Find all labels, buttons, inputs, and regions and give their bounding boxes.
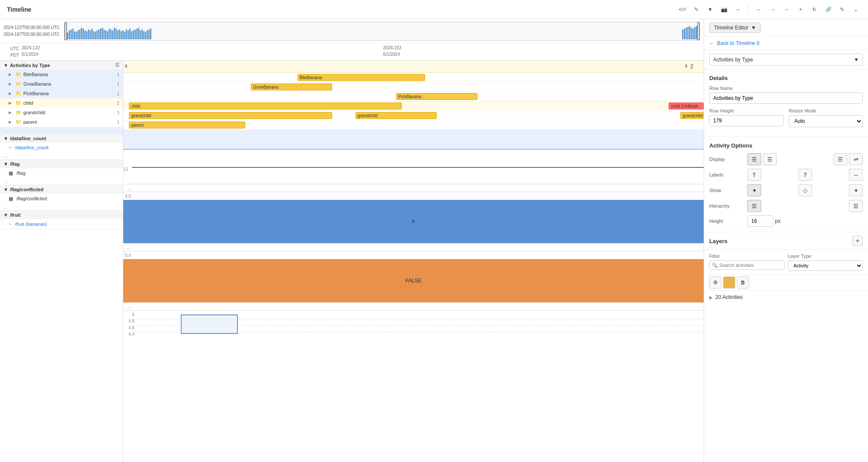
display-btn-3[interactable]: ☰ [833, 153, 847, 165]
flag-conflicted-more-row[interactable]: ... [123, 303, 704, 311]
track-row-grandchild[interactable]: ▶ 📁 grandchild 3 [0, 108, 123, 117]
display-btn-4[interactable]: ⇌ [849, 153, 863, 165]
range-slider[interactable] [64, 22, 700, 41]
count-bitebanana: 1 [117, 72, 119, 77]
track-row-growbanana[interactable]: ▶ 📁 GrowBanana 1 [0, 79, 123, 89]
search-activities-input[interactable] [709, 260, 785, 270]
row-name-input[interactable] [709, 93, 863, 104]
expand-bitebanana[interactable]: ▶ [9, 72, 14, 77]
color-swatch[interactable] [723, 276, 735, 289]
track-row-fruit[interactable]: ~ /fruit (bananas) [0, 219, 123, 229]
flag-conflicted-chart-section: 0.0 FALSE [123, 251, 704, 303]
track-row-bitebanana[interactable]: ▶ 📁 BiteBanana 1 [0, 70, 123, 79]
activities-section-header[interactable]: ▼ Activities by Type ☰ [0, 61, 123, 70]
hierarchy-btn-1[interactable]: ☰ [747, 200, 761, 212]
range-handle-right[interactable] [697, 22, 700, 40]
arrow-right-icon[interactable]: → [768, 4, 778, 15]
fruit-chart-section: 5 4.8 4.6 4.4 [123, 311, 704, 462]
pickbanana-bar[interactable]: PickBanana [396, 93, 477, 100]
range-handle-left[interactable] [64, 22, 67, 40]
cursor-icon[interactable]: → [733, 4, 743, 15]
expand-parent[interactable]: ▶ [9, 120, 14, 124]
track-row-flag[interactable]: ▦ /flag [0, 168, 123, 178]
expand-pickbanana[interactable]: ▶ [9, 91, 14, 96]
filter-icon[interactable]: ▼ [705, 4, 715, 15]
track-row-pickbanana[interactable]: ▶ 📁 PickBanana 1 [0, 89, 123, 98]
activities-count-caret: ▶ [709, 295, 713, 300]
camera-icon[interactable]: 📷 [719, 4, 729, 15]
labels-btn-3[interactable]: ↔ [849, 169, 863, 181]
label-child: child [23, 100, 115, 106]
chevron-down-icon[interactable]: ⌄ [851, 4, 861, 15]
embed-icon[interactable]: </> [677, 4, 688, 15]
labels-btn-1[interactable]: T [747, 169, 761, 181]
fruit-header[interactable]: ▼ /fruit [0, 211, 123, 219]
flag-caret: ▼ [3, 161, 8, 167]
expand-child[interactable]: ▶ [9, 101, 14, 105]
expand-grandchild[interactable]: ▶ [9, 110, 14, 115]
right-panel: Timeline Editor ▼ ← Back to Timeline 0 A… [704, 19, 868, 462]
gear-icon[interactable]: ⚙ [709, 276, 721, 289]
linecount-more-row[interactable]: ... [123, 184, 704, 192]
delete-layer-button[interactable]: 🗑 [737, 276, 749, 289]
display-btn-2[interactable]: ☰ [763, 153, 777, 165]
activities-section: ▼ Activities by Type ☰ ▶ 📁 BiteBanana 1 … [0, 61, 123, 134]
zoom-out-icon[interactable]: − [782, 4, 792, 15]
app-title: Timeline [7, 6, 672, 13]
arrow-left-icon[interactable]: ← [754, 4, 764, 15]
line-icon: ~ [9, 145, 11, 150]
child-bar-2[interactable]: child (Unfinish [669, 103, 704, 109]
back-link[interactable]: ← Back to Timeline 0 [704, 37, 868, 50]
pin-right-icon[interactable]: 🖈 2 [683, 63, 693, 70]
activities-extra-space [123, 130, 704, 149]
track-row-linecount[interactable]: ~ /data/line_count [0, 143, 123, 152]
add-layer-button[interactable]: + [852, 236, 863, 246]
resize-mode-select[interactable]: Auto Manual Fixed [789, 115, 863, 127]
linecount-y-label: 12 [123, 167, 129, 172]
range-labels: 2024-122T00:00:00.000 UTC 2024-187T00:00… [0, 24, 61, 38]
child-bar-1[interactable]: child [129, 103, 402, 109]
activities-filter-icon[interactable]: ☰ [115, 62, 119, 68]
height-input[interactable] [747, 215, 773, 227]
display-btn-1[interactable]: ☰ [747, 153, 761, 165]
parent-bar[interactable]: parent [129, 122, 245, 128]
flag-conflicted-header[interactable]: ▼ /flag/conflicted [0, 185, 123, 194]
hierarchy-btn-2[interactable]: ☰ [849, 200, 863, 212]
timeline-editor-button[interactable]: Timeline Editor ▼ [709, 22, 761, 33]
line-count-header[interactable]: ▼ /data/line_count [0, 134, 123, 143]
grandchild-bar-1[interactable]: grandchild [129, 112, 332, 119]
track-row-child[interactable]: ▶ 📁 child 2 [0, 98, 123, 108]
edit-icon[interactable]: ✎ [691, 4, 701, 15]
flag-header[interactable]: ▼ /flag [0, 160, 123, 168]
grandchild-bar-2[interactable]: grandchild [356, 112, 437, 119]
search-wrap: 🔍 [709, 260, 785, 270]
track-row-flag-conflicted[interactable]: ▦ /flag/conflicted [0, 194, 123, 203]
flag-more[interactable]: ... [0, 178, 123, 185]
activities-more[interactable]: ... [0, 127, 123, 134]
row-select-dropdown[interactable]: Activities by Type ▼ [709, 54, 863, 66]
layer-type-select[interactable]: Activity Line Block [788, 260, 863, 271]
refresh-icon[interactable]: ↻ [809, 4, 820, 15]
flag-more-row[interactable]: ... [123, 244, 704, 251]
linecount-more[interactable]: ... [0, 152, 123, 159]
flag-conflicted-more[interactable]: ... [0, 203, 123, 210]
show-btn-3[interactable]: ✦ [849, 184, 863, 196]
linecount-chart-section: 12 [123, 150, 704, 184]
show-btn-1[interactable]: ✦ [747, 184, 761, 196]
grandchild-bar-3[interactable]: grandchild [680, 112, 704, 119]
zoom-in-icon[interactable]: + [795, 4, 806, 15]
growbanana-bar[interactable]: GrowBanana [251, 83, 332, 90]
labels-btn-2[interactable]: T [798, 169, 812, 181]
expand-growbanana[interactable]: ▶ [9, 82, 14, 86]
row-height-input[interactable] [709, 115, 784, 126]
label-growbanana: GrowBanana [23, 81, 115, 87]
activities-count-row[interactable]: ▶ 20 Activities [704, 291, 868, 304]
link-icon[interactable]: 🔗 [823, 4, 833, 15]
track-row-parent[interactable]: ▶ 📁 parent 1 [0, 117, 123, 127]
flag-conflicted-caret: ▼ [3, 187, 8, 192]
label-grandchild: grandchild [23, 110, 115, 115]
bitebanana-bar[interactable]: BiteBanana [298, 74, 425, 81]
show-btn-2[interactable]: ◇ [798, 184, 812, 196]
edit2-icon[interactable]: ✎ [837, 4, 847, 15]
pin-left-icon[interactable]: 🖈 [123, 63, 129, 70]
